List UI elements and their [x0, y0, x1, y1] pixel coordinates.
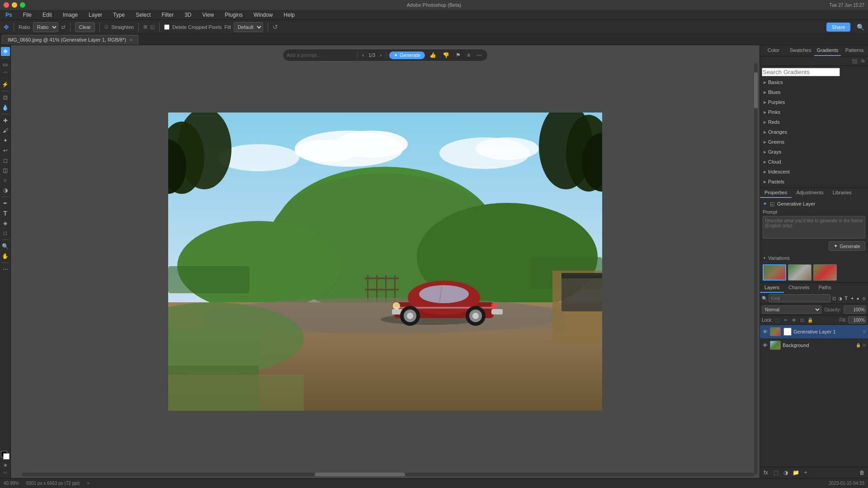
- foreground-color[interactable]: [1, 451, 10, 460]
- brush-tool[interactable]: 🖌: [1, 126, 10, 135]
- menu-edit[interactable]: Edit: [41, 11, 54, 19]
- more-button[interactable]: ⋯: [475, 51, 484, 59]
- menu-select[interactable]: Select: [134, 11, 152, 19]
- healing-tool[interactable]: ✚: [1, 116, 10, 125]
- eyedropper-tool[interactable]: 💧: [1, 103, 10, 112]
- screen-mode-icon[interactable]: ▭: [3, 470, 7, 474]
- layer-tab-paths[interactable]: Paths: [814, 283, 836, 293]
- menu-window[interactable]: Window: [252, 11, 275, 19]
- tab-gradients[interactable]: Gradients: [814, 45, 841, 56]
- lock-all-icon[interactable]: 🔒: [807, 317, 813, 323]
- eraser-tool[interactable]: ◻: [1, 156, 10, 165]
- minimize-button[interactable]: [12, 2, 17, 8]
- layer-tab-channels[interactable]: Channels: [784, 283, 814, 293]
- blur-tool[interactable]: ○: [1, 176, 10, 185]
- delete-cropped-checkbox[interactable]: [164, 24, 170, 30]
- zoom-tool[interactable]: 🔍: [1, 242, 10, 251]
- menu-image[interactable]: Image: [61, 11, 80, 19]
- vertical-scrollbar[interactable]: [754, 63, 758, 474]
- more-tools[interactable]: ⋯: [1, 265, 10, 274]
- prop-generate-button[interactable]: ✦ Generate: [829, 241, 865, 251]
- thumbs-up-button[interactable]: 👍: [428, 51, 438, 59]
- filter-smart-icon[interactable]: ✦: [850, 295, 854, 302]
- menu-filter[interactable]: Filter: [160, 11, 175, 19]
- variation-thumb-2[interactable]: [788, 264, 811, 281]
- thumbs-down-button[interactable]: 👎: [441, 51, 451, 59]
- quick-mask-icon[interactable]: ◉: [4, 463, 7, 467]
- prev-variation-button[interactable]: ‹: [360, 51, 366, 59]
- quick-select-tool[interactable]: ⚡: [1, 80, 10, 89]
- flag-button[interactable]: ⚑: [454, 51, 462, 59]
- close-button[interactable]: [4, 2, 9, 8]
- filter-color-icon[interactable]: ●: [856, 295, 860, 302]
- prop-tab-adjustments[interactable]: Adjustments: [792, 188, 828, 198]
- menu-file[interactable]: File: [21, 11, 33, 19]
- prop-tab-libraries[interactable]: Libraries: [828, 188, 856, 198]
- lock-brush-icon[interactable]: ✏: [783, 317, 789, 323]
- gradients-search-input[interactable]: [762, 68, 840, 76]
- lock-transparent-icon[interactable]: ⬚: [774, 317, 781, 323]
- pen-tool[interactable]: ✒: [1, 199, 10, 208]
- menu-layer[interactable]: Layer: [87, 11, 104, 19]
- menu-3d[interactable]: 3D: [183, 11, 193, 19]
- lock-artboard-icon[interactable]: ⊡: [799, 317, 805, 323]
- prop-tab-properties[interactable]: Properties: [760, 188, 792, 198]
- layer-visibility-2[interactable]: 👁: [762, 342, 768, 348]
- ratio-select[interactable]: Ratio: [33, 22, 58, 32]
- blend-mode-select[interactable]: Normal: [762, 305, 821, 314]
- document-tab[interactable]: IMG_0660.jpeg @ 41% (Generative Layer 1,…: [2, 35, 138, 45]
- variations-header[interactable]: ▼ Variations: [760, 253, 868, 263]
- lock-position-icon[interactable]: ✥: [791, 317, 797, 323]
- next-variation-button[interactable]: ›: [378, 51, 383, 59]
- tab-swatches[interactable]: Swatches: [787, 45, 814, 56]
- move-tool[interactable]: ✥: [1, 47, 10, 56]
- panel-expand-icon[interactable]: ⧉: [859, 57, 866, 65]
- swap-icon[interactable]: ⇄: [61, 24, 66, 30]
- lasso-tool[interactable]: ⌒: [1, 70, 10, 79]
- dodge-tool[interactable]: ◑: [1, 186, 10, 195]
- menu-view[interactable]: View: [201, 11, 216, 19]
- fill-select[interactable]: Default: [234, 22, 263, 32]
- shape-tool[interactable]: □: [1, 229, 10, 238]
- close-tab-icon[interactable]: ×: [130, 37, 132, 42]
- layer-tab-layers[interactable]: Layers: [760, 283, 784, 293]
- gradient-tool[interactable]: ◫: [1, 166, 10, 175]
- filter-text-icon[interactable]: T: [844, 295, 848, 302]
- add-layer-button[interactable]: +: [802, 469, 810, 477]
- filter-toggle-icon[interactable]: ⊙: [862, 295, 866, 302]
- text-tool[interactable]: T: [1, 209, 10, 218]
- menu-help[interactable]: Help: [282, 11, 297, 19]
- add-group-button[interactable]: 📁: [792, 469, 800, 477]
- search-icon[interactable]: 🔍: [857, 23, 864, 31]
- reset-icon[interactable]: ↺: [273, 23, 278, 31]
- select-rect-tool[interactable]: ▭: [1, 60, 10, 69]
- variation-thumb-3[interactable]: [813, 264, 837, 281]
- menu-type[interactable]: Type: [111, 11, 127, 19]
- panel-menu-icon[interactable]: ⬛: [851, 57, 858, 65]
- prompt-input[interactable]: [287, 52, 354, 58]
- layer-visibility-1[interactable]: 👁: [762, 328, 768, 335]
- fill-input[interactable]: [848, 316, 866, 324]
- delete-layer-button[interactable]: 🗑: [858, 469, 866, 477]
- generate-button[interactable]: ✦ Generate: [389, 52, 425, 59]
- menu-plugins[interactable]: Plugins: [223, 11, 244, 19]
- horizontal-scrollbar[interactable]: [22, 473, 754, 476]
- filter-type-icon[interactable]: ⊡: [832, 295, 836, 302]
- crop-icon[interactable]: ◱: [150, 24, 155, 30]
- prompt-textarea[interactable]: [763, 216, 865, 239]
- stamp-tool[interactable]: ✦: [1, 136, 10, 145]
- add-adjustment-button[interactable]: ◑: [782, 469, 790, 477]
- more-info-button[interactable]: >: [87, 481, 90, 486]
- tab-color[interactable]: Color: [760, 45, 787, 56]
- move-tool-icon[interactable]: ✥: [4, 23, 9, 31]
- path-select-tool[interactable]: ◈: [1, 219, 10, 228]
- hand-tool[interactable]: ✋: [1, 252, 10, 261]
- variation-thumb-1[interactable]: [763, 264, 786, 281]
- vertical-scroll-thumb[interactable]: [754, 72, 758, 108]
- layer-item-generative[interactable]: 👁 Generative Layer 1 ⊙: [760, 325, 868, 338]
- list-view-button[interactable]: ≡: [465, 51, 472, 59]
- layer-item-background[interactable]: 👁 Background 🔒 ⊙: [760, 338, 868, 352]
- tab-patterns[interactable]: Patterns: [841, 45, 868, 56]
- add-fx-button[interactable]: fx: [762, 469, 770, 477]
- clear-button[interactable]: Clear: [75, 22, 95, 32]
